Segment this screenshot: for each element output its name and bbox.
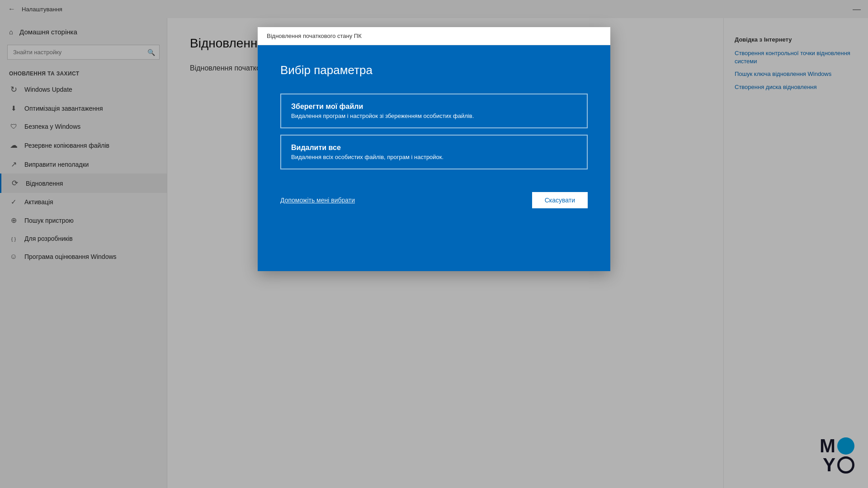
modal-option-remove-all[interactable]: Видалити все Видалення всіх особистих фа… [280, 135, 588, 169]
reset-pc-modal: Відновлення початкового стану ПК Вибір п… [258, 27, 610, 271]
modal-option-keep-files-title: Зберегти мої файли [291, 103, 577, 111]
modal-help-link[interactable]: Допоможіть мені вибрати [280, 197, 355, 204]
modal-option-keep-files-desc: Видалення програм і настройок зі збереже… [291, 113, 577, 119]
modal-option-remove-all-desc: Видалення всіх особистих файлів, програм… [291, 154, 577, 160]
modal-body: Вибір параметра Зберегти мої файли Видал… [258, 45, 610, 271]
modal-option-keep-files[interactable]: Зберегти мої файли Видалення програм і н… [280, 94, 588, 128]
modal-titlebar: Відновлення початкового стану ПК [258, 27, 610, 45]
modal-footer: Допоможіть мені вибрати Скасувати [280, 192, 588, 208]
modal-overlay: Відновлення початкового стану ПК Вибір п… [0, 0, 868, 488]
modal-heading: Вибір параметра [280, 63, 588, 77]
modal-option-remove-all-title: Видалити все [291, 144, 577, 152]
modal-cancel-button[interactable]: Скасувати [532, 192, 588, 208]
